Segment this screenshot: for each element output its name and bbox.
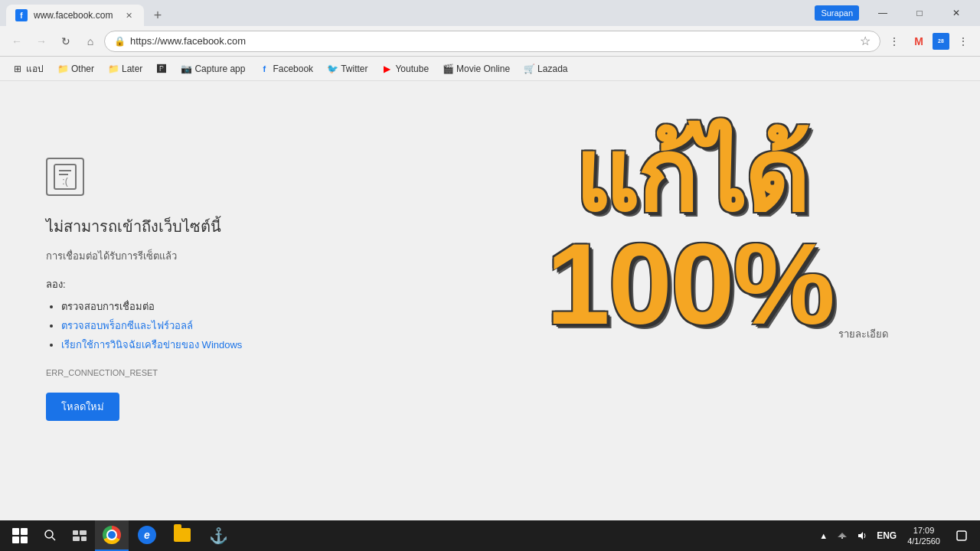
chrome-icon bbox=[103, 526, 121, 544]
facebook-icon: f bbox=[259, 64, 270, 74]
ie-icon: e bbox=[138, 526, 156, 544]
home-button[interactable]: ⌂ bbox=[80, 31, 101, 52]
extensions-button[interactable]: ⋮ bbox=[884, 31, 905, 52]
ssl-lock-icon: 🔒 bbox=[114, 36, 126, 47]
bookmark-apps[interactable]: ⊞ แอป bbox=[6, 58, 50, 79]
error-subtitle: การเชื่อมต่อได้รับการรีเซ็ตแล้ว bbox=[46, 248, 446, 264]
error-item-link-3[interactable]: เรียกใช้การวินิจฉัยเครือข่ายของ Windows bbox=[61, 339, 242, 350]
detail-link[interactable]: รายละเอียด bbox=[838, 326, 888, 342]
taskbar-ie-app[interactable]: e bbox=[130, 520, 164, 551]
back-button[interactable]: ← bbox=[6, 31, 28, 52]
svg-rect-6 bbox=[73, 530, 78, 535]
bookmark-lazada[interactable]: 🛒 Lazada bbox=[518, 60, 573, 77]
browser-window: f www.facebook.com ✕ + Surapan — □ ✕ ← →… bbox=[0, 0, 980, 452]
tray-arrow[interactable]: ▲ bbox=[816, 531, 831, 540]
bookmark-youtube-label: Youtube bbox=[395, 64, 429, 74]
bookmark-lazada-label: Lazada bbox=[537, 64, 567, 74]
svg-rect-11 bbox=[957, 531, 966, 540]
error-list-item-3[interactable]: เรียกใช้การวินิจฉัยเครือข่ายของ Windows bbox=[61, 337, 446, 353]
svg-point-4 bbox=[45, 530, 53, 538]
svg-line-5 bbox=[52, 537, 55, 540]
restore-button[interactable]: □ bbox=[902, 0, 937, 26]
pocket-icon: 🅿 bbox=[156, 64, 167, 74]
error-code: ERR_CONNECTION_RESET bbox=[46, 368, 446, 377]
svg-text::(: :( bbox=[62, 176, 67, 187]
folder-icon-taskbar bbox=[174, 528, 191, 542]
bookmark-twitter[interactable]: 🐦 Twitter bbox=[321, 60, 374, 77]
error-page: :( ไม่สามารถเข้าถึงเว็บไซต์นี้ การเชื่อม… bbox=[0, 81, 980, 452]
bookmark-facebook-label: Facebook bbox=[273, 64, 313, 74]
bookmarks-bar: ⊞ แอป 📁 Other 📁 Later 🅿 📷 Capture app f … bbox=[0, 57, 980, 81]
title-bar: f www.facebook.com ✕ + Surapan — □ ✕ bbox=[0, 0, 980, 26]
capture-icon: 📷 bbox=[181, 64, 191, 74]
overlay-text-main: แก้ได้ bbox=[573, 127, 806, 227]
bookmark-movie[interactable]: 🎬 Movie Online bbox=[436, 60, 516, 77]
error-list: ตรวจสอบการเชื่อมต่อ ตรวจสอบพร็อกซีและไฟร… bbox=[46, 298, 446, 356]
bookmark-capture[interactable]: 📷 Capture app bbox=[175, 60, 251, 77]
bookmark-other[interactable]: 📁 Other bbox=[51, 60, 100, 77]
bookmark-other-label: Other bbox=[71, 64, 94, 74]
tray-time-text: 17:09 bbox=[907, 525, 940, 536]
bookmark-pocket[interactable]: 🅿 bbox=[150, 60, 173, 77]
windows-logo-icon bbox=[12, 528, 28, 543]
tray-language[interactable]: ENG bbox=[874, 530, 900, 541]
menu-button[interactable]: ⋮ bbox=[952, 31, 974, 52]
task-view-button[interactable] bbox=[66, 522, 93, 549]
start-button[interactable] bbox=[5, 520, 35, 551]
folder-icon-later: 📁 bbox=[108, 64, 119, 74]
taskbar-search-button[interactable] bbox=[37, 522, 64, 549]
address-bar[interactable]: 🔒 https://www.facebook.com ☆ bbox=[104, 31, 880, 52]
error-list-item-1: ตรวจสอบการเชื่อมต่อ bbox=[61, 298, 446, 315]
minimize-button[interactable]: — bbox=[865, 0, 900, 26]
svg-rect-8 bbox=[73, 536, 80, 541]
error-icon: :( bbox=[46, 158, 84, 196]
taskbar-ship-app[interactable]: ⚓ bbox=[201, 520, 234, 551]
active-tab[interactable]: f www.facebook.com ✕ bbox=[6, 5, 144, 26]
tab-favicon: f bbox=[15, 9, 28, 21]
calendar-icon[interactable]: 28 bbox=[933, 33, 949, 50]
tray-clock[interactable]: 17:09 4/1/2560 bbox=[903, 525, 945, 547]
bookmark-movie-label: Movie Online bbox=[456, 64, 510, 74]
svg-rect-9 bbox=[81, 536, 87, 541]
bookmark-twitter-label: Twitter bbox=[341, 64, 368, 74]
error-item-text-1: ตรวจสอบการเชื่อมต่อ bbox=[61, 301, 155, 312]
error-right-panel: แก้ได้ 100% รายละเอียด bbox=[446, 112, 934, 421]
taskbar-tray: ▲ ENG 17:09 4/1/2560 bbox=[816, 520, 975, 551]
error-list-item-2[interactable]: ตรวจสอบพร็อกซีและไฟร์วอลล์ bbox=[61, 318, 446, 334]
tray-network-icon[interactable] bbox=[834, 530, 851, 541]
forward-button[interactable]: → bbox=[31, 31, 52, 52]
bookmark-later[interactable]: 📁 Later bbox=[102, 60, 149, 77]
bookmark-star-icon[interactable]: ☆ bbox=[860, 34, 871, 48]
apps-icon: ⊞ bbox=[12, 64, 23, 74]
reload-button[interactable]: โหลดใหม่ bbox=[46, 393, 119, 421]
taskbar: e ⚓ ▲ ENG 17:09 4/1/2560 bbox=[0, 520, 980, 551]
lazada-icon: 🛒 bbox=[524, 64, 534, 74]
action-center-button[interactable] bbox=[948, 520, 975, 551]
error-try-label: ลอง: bbox=[46, 276, 446, 292]
window-controls: — □ ✕ bbox=[865, 0, 974, 26]
close-button[interactable]: ✕ bbox=[939, 0, 974, 26]
refresh-button[interactable]: ↻ bbox=[55, 31, 77, 52]
taskbar-folder-app[interactable] bbox=[165, 520, 199, 551]
url-text: https://www.facebook.com bbox=[130, 35, 855, 47]
error-item-link-2[interactable]: ตรวจสอบพร็อกซีและไฟร์วอลล์ bbox=[61, 320, 193, 331]
overlay-text-percent: 100% bbox=[546, 227, 834, 341]
tab-bar: f www.facebook.com ✕ + bbox=[6, 0, 815, 26]
nav-right-icons: ⋮ M 28 ⋮ bbox=[884, 31, 974, 52]
bookmark-apps-label: แอป bbox=[26, 61, 44, 76]
new-tab-button[interactable]: + bbox=[147, 5, 168, 26]
bookmark-youtube[interactable]: ▶ Youtube bbox=[375, 60, 435, 77]
user-badge: Surapan bbox=[815, 5, 859, 21]
gmail-icon[interactable]: M bbox=[908, 31, 929, 52]
bookmark-facebook[interactable]: f Facebook bbox=[253, 60, 319, 77]
tab-title: www.facebook.com bbox=[34, 10, 113, 21]
bookmark-capture-label: Capture app bbox=[194, 64, 245, 74]
tray-date-text: 4/1/2560 bbox=[907, 536, 940, 546]
ship-icon: ⚓ bbox=[209, 527, 226, 543]
taskbar-chrome-app[interactable] bbox=[95, 520, 129, 551]
youtube-icon: ▶ bbox=[381, 64, 392, 74]
tray-volume-icon[interactable] bbox=[854, 530, 871, 541]
svg-point-10 bbox=[841, 537, 843, 539]
twitter-icon: 🐦 bbox=[327, 64, 338, 74]
tab-close-button[interactable]: ✕ bbox=[122, 9, 135, 21]
